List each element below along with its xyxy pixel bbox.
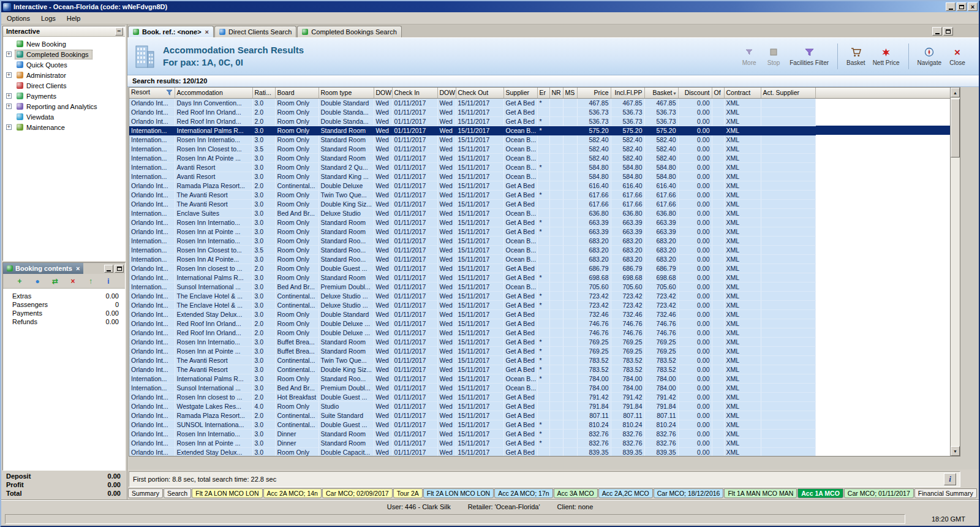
column-header-check-out[interactable]: Check Out <box>456 88 503 98</box>
table-row[interactable]: Internation...Rosen Inn At Pointe...3.0R… <box>129 254 950 264</box>
transfer-button[interactable]: ⇄ <box>49 276 61 287</box>
more-button[interactable]: More <box>737 42 761 70</box>
column-header-nr[interactable]: NR <box>549 88 563 98</box>
table-row[interactable]: Orlando Int...Days Inn Convention...3.0R… <box>129 98 950 107</box>
table-row[interactable]: Internation...Rosen Inn At Pointe ...3.0… <box>129 153 950 162</box>
table-row[interactable]: Internation...Rosen Inn Closest to...3.5… <box>129 144 950 153</box>
table-row[interactable]: Internation...Enclave Suites3.0Bed And B… <box>129 208 950 218</box>
bottom-tab-flt-2a-lon-mco-lon[interactable]: Flt 2A LON MCO LON <box>423 488 494 498</box>
mdi-restore-button[interactable] <box>943 27 953 36</box>
table-row[interactable]: Orlando Int...Red Roof Inn Orland...2.0R… <box>129 107 950 116</box>
bottom-tab-flt-1a-man-mco-man[interactable]: Flt 1A MAN MCO MAN <box>724 488 797 498</box>
table-row[interactable]: Orlando Int...Red Roof Inn Orland...2.0R… <box>129 116 950 126</box>
table-row[interactable]: Orlando Int...Red Roof Inn Orland...2.0R… <box>129 319 950 328</box>
table-row[interactable]: Orlando Int...Rosen Inn at Pointe ...3.0… <box>129 346 950 355</box>
upload-button[interactable]: ↑ <box>85 276 97 287</box>
booking-contents-item[interactable]: Passengers0 <box>3 300 125 309</box>
tab-direct-clients-search[interactable]: Direct Clients Search <box>214 26 296 37</box>
bottom-tab-acc-2a-mco-14n[interactable]: Acc 2A MCO; 14n <box>263 488 322 498</box>
sidebar-item-direct-clients[interactable]: Direct Clients <box>3 80 125 91</box>
column-header-price[interactable]: Price <box>577 88 611 98</box>
scroll-up-button[interactable]: ▲ <box>951 88 960 97</box>
world-button[interactable]: ● <box>31 276 43 287</box>
table-row[interactable]: Orlando Int...Rosen Inn closest to ...2.… <box>129 392 950 401</box>
table-row[interactable]: Internation...International Palms R...3.… <box>129 126 950 135</box>
add-button[interactable]: + <box>13 276 26 287</box>
table-row[interactable]: Orlando Int...Ramada Plaza Resort...2.0C… <box>129 411 950 420</box>
table-row[interactable]: Orlando Int...The Avanti Resort3.0Room O… <box>129 199 950 208</box>
table-row[interactable]: Orlando Int...Rosen Inn Internatio...3.0… <box>129 337 950 346</box>
vertical-scrollbar[interactable]: ▲ ▼ <box>950 87 960 457</box>
menu-help[interactable]: Help <box>61 13 86 23</box>
collapse-button[interactable]: − <box>115 28 123 36</box>
bottom-tab-acc-2a-2c-mco[interactable]: Acc 2A,2C MCO <box>598 488 653 498</box>
stop-button[interactable]: Stop <box>762 42 785 70</box>
scroll-down-button[interactable]: ▼ <box>951 446 960 456</box>
nett-price-button[interactable]: Nett Price <box>870 42 903 70</box>
column-header-ms[interactable]: MS <box>563 88 577 98</box>
column-header-basket[interactable]: Basket▾ <box>644 88 678 98</box>
panel-restore-button[interactable] <box>115 265 124 273</box>
sidebar-item-viewdata[interactable]: Viewdata <box>3 112 125 122</box>
panel-minimize-button[interactable] <box>104 265 113 273</box>
bottom-tab-acc-3a-mco[interactable]: Acc 3A MCO <box>554 488 598 498</box>
table-row[interactable]: Orlando Int...Extended Stay Delux...3.0R… <box>129 309 950 319</box>
expand-icon[interactable]: + <box>6 72 12 78</box>
table-row[interactable]: Orlando Int...Rosen Inn at Pointe ...3.0… <box>129 438 950 447</box>
bottom-tab-summary[interactable]: Summary <box>128 488 163 498</box>
table-row[interactable]: Orlando Int...The Enclave Hotel & ...3.0… <box>129 291 950 300</box>
column-header-incl-fl-pp[interactable]: Incl.Fl.PP <box>611 88 644 98</box>
bottom-tab-tour-2a[interactable]: Tour 2A <box>393 488 423 498</box>
table-row[interactable]: Internation...Avanti Resort3.0Room OnlyS… <box>129 172 950 181</box>
sidebar-item-quick-quotes[interactable]: Quick Quotes <box>3 59 125 70</box>
sidebar-item-maintenance[interactable]: +Maintenance <box>3 122 125 132</box>
table-row[interactable]: Orlando Int...Red Roof Inn Orland...2.0R… <box>129 328 950 337</box>
table-row[interactable]: Orlando Int...Extended Stay Delux...3.0R… <box>129 447 950 457</box>
column-header-supplier[interactable]: Supplier <box>503 88 537 98</box>
mdi-minimize-button[interactable] <box>932 27 942 36</box>
minimize-button[interactable] <box>946 2 956 11</box>
bottom-tab-financial-summary[interactable]: Financial Summary <box>914 488 977 498</box>
table-row[interactable]: Orlando Int...SUNSOL Internationa...3.0C… <box>129 420 950 429</box>
expand-icon[interactable]: + <box>6 51 12 57</box>
scrollbar-thumb[interactable] <box>951 99 960 157</box>
panel-close-icon[interactable]: × <box>76 265 80 272</box>
sidebar-item-payments[interactable]: +Payments <box>3 91 125 101</box>
column-header-er[interactable]: Er <box>537 88 549 98</box>
table-row[interactable]: Orlando Int...The Avanti Resort3.0Contin… <box>129 365 950 374</box>
table-row[interactable]: Internation...Rosen Inn Internatio...3.0… <box>129 236 950 245</box>
basket-button[interactable]: Basket <box>843 42 869 70</box>
maximize-button[interactable] <box>957 2 967 11</box>
bottom-tab-acc-2a-mco-17n[interactable]: Acc 2A MCO; 17n <box>494 488 552 498</box>
column-header-rati[interactable]: Rati... <box>252 88 275 98</box>
info-button[interactable]: i <box>944 473 956 485</box>
close-button[interactable]: ×Close <box>946 42 969 70</box>
table-row[interactable]: Orlando Int...Westgate Lakes Res...4.0Ro… <box>129 401 950 411</box>
table-row[interactable]: Internation...Rosen Inn Closest to...3.5… <box>129 245 950 254</box>
tab-book-ref-none[interactable]: Book. ref.: <none>× <box>128 26 214 37</box>
table-row[interactable]: Internation...Sunsol International ...3.… <box>129 383 950 392</box>
facilities-filter-button[interactable]: Facilities Filter <box>786 42 832 70</box>
table-row[interactable]: Orlando Int...The Avanti Resort3.0Room O… <box>129 190 950 199</box>
bottom-tab-search[interactable]: Search <box>164 488 191 498</box>
column-header-resort[interactable]: Resort <box>129 88 175 98</box>
delete-button[interactable]: × <box>67 276 79 287</box>
booking-contents-title-tab[interactable]: Booking contents × <box>3 263 83 274</box>
booking-contents-item[interactable]: Extras0.00 <box>3 292 125 300</box>
column-header-discount[interactable]: Discount <box>678 88 712 98</box>
table-row[interactable]: Internation...Avanti Resort3.0Room OnlyS… <box>129 162 950 172</box>
booking-contents-item[interactable]: Refunds0.00 <box>3 317 125 326</box>
close-button[interactable]: × <box>968 2 978 11</box>
table-row[interactable]: Internation...Sunsol International ...3.… <box>129 282 950 291</box>
scrollbar-track[interactable] <box>951 97 960 446</box>
sidebar-item-reporting-and-analytics[interactable]: +Reporting and Analytics <box>3 101 125 112</box>
sidebar-item-new-booking[interactable]: New Booking <box>3 39 125 49</box>
column-header-board[interactable]: Board <box>275 88 318 98</box>
column-header-dow[interactable]: DOW <box>374 88 392 98</box>
column-header-contract[interactable]: Contract <box>724 88 761 98</box>
column-header-act-supplier[interactable]: Act. Supplier <box>761 88 815 98</box>
expand-icon[interactable]: + <box>6 124 12 130</box>
booking-contents-item[interactable]: Payments0.00 <box>3 309 125 317</box>
menu-logs[interactable]: Logs <box>36 13 61 23</box>
table-row[interactable]: Internation...International Palms R...3.… <box>129 374 950 383</box>
